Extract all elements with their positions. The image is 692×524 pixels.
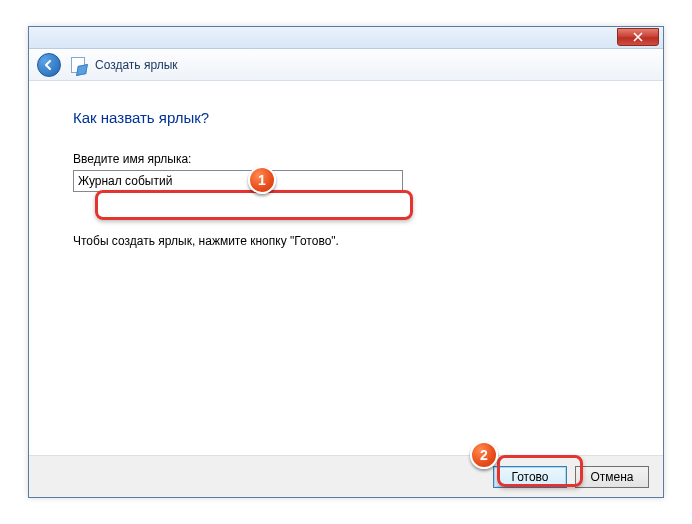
shortcut-icon (71, 57, 85, 73)
titlebar (29, 27, 663, 49)
instruction-text: Чтобы создать ярлык, нажмите кнопку "Гот… (73, 234, 619, 248)
dialog-window: Создать ярлык Как назвать ярлык? Введите… (28, 26, 664, 498)
wizard-header: Создать ярлык (29, 49, 663, 81)
shortcut-name-input[interactable] (73, 170, 403, 192)
back-button[interactable] (37, 53, 61, 77)
page-heading: Как назвать ярлык? (73, 109, 619, 126)
back-arrow-icon (43, 59, 55, 71)
wizard-footer: Готово Отмена (29, 455, 663, 497)
close-icon (633, 32, 643, 42)
wizard-content: Как назвать ярлык? Введите имя ярлыка: Ч… (29, 81, 663, 248)
finish-button[interactable]: Готово (493, 466, 567, 488)
cancel-button[interactable]: Отмена (575, 466, 649, 488)
header-title: Создать ярлык (95, 58, 178, 72)
close-button[interactable] (617, 28, 659, 46)
name-field-label: Введите имя ярлыка: (73, 152, 619, 166)
